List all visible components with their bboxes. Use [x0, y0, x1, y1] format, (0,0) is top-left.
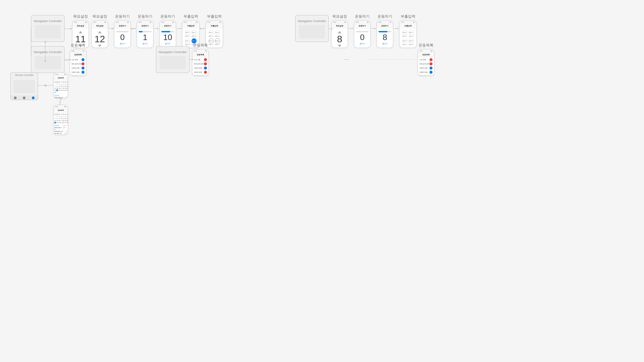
screen-calendar-2-frame[interactable]: 9:41●● 운동목록 일 월 화 수 목 금 토 1 2 3 4 5 [53, 105, 68, 135]
cal-day[interactable]: 28 [54, 91, 56, 93]
down-arrow[interactable] [338, 45, 341, 47]
cal-day[interactable]: 16 [58, 87, 60, 89]
cal-day[interactable]: 19 [64, 87, 66, 89]
cal-day[interactable]: 6 [66, 83, 68, 85]
screen-workout-10-frame[interactable]: 9:41●● 운동하기 10 끝내기 [159, 20, 176, 48]
cal-day[interactable] [54, 116, 56, 117]
finish-button[interactable]: 끝내기 [120, 42, 125, 45]
up-arrow[interactable] [79, 31, 82, 33]
cal-day[interactable]: 10 [60, 85, 62, 87]
screen-workout-0-r-frame[interactable]: 9:41●● 운동하기 0 끝내기 [354, 20, 371, 48]
cal-day[interactable]: 27 [64, 122, 66, 123]
cal-day[interactable]: 21 [54, 89, 56, 91]
cal-day[interactable]: 7 [54, 85, 56, 87]
cal-day[interactable]: 11 [62, 118, 64, 119]
screen-goal-12-frame[interactable]: 9:41●● 목표설정 12 시작하기 [92, 20, 108, 48]
cal-day[interactable]: 14 [54, 120, 56, 121]
cal-day[interactable]: 19 [64, 120, 66, 121]
cal-day[interactable]: 25 [62, 89, 64, 91]
cal-day[interactable]: 18 [62, 120, 64, 121]
up-arrow[interactable] [338, 31, 341, 33]
exercise-item-3[interactable]: 내회전 운동 [70, 66, 86, 70]
complete-button[interactable]: 종상입물 [404, 47, 412, 48]
cal-day[interactable]: 12 [64, 118, 66, 119]
cal-day[interactable]: 2 [58, 116, 60, 117]
cal-day[interactable]: 14 [54, 87, 56, 89]
screen-exercise-list-1-frame[interactable]: 9:41●● 운동목록 신천 운동 전방 굴곡 운동 내회전 운동 외회전 운동 [70, 49, 86, 76]
exercise-item-2[interactable]: 전방 굴곡 운동 [193, 62, 208, 66]
cal-day-highlight[interactable]: 22 [56, 89, 58, 91]
cal-day-highlight[interactable]: 22 [54, 122, 56, 123]
record-button[interactable]: 가록하기 [211, 47, 218, 48]
exercise-item-1[interactable]: 신천 운동 [418, 58, 434, 62]
screen-workout-0-frame[interactable]: 9:41●● 운동하기 0 끝내기 [114, 20, 131, 48]
cal-day[interactable]: 15 [56, 120, 58, 121]
cal-day[interactable]: 26 [64, 89, 66, 91]
exercise-item-2[interactable]: 전방 굴곡 운동 [70, 62, 86, 66]
cal-day[interactable]: 26 [62, 122, 64, 123]
cal-day[interactable]: 28 [66, 122, 68, 123]
cal-day[interactable]: 5 [64, 116, 66, 117]
exercise-item-4[interactable]: 외회전 운동 [418, 70, 434, 74]
screen-calendar-1-frame[interactable]: 9:41●● 운동목록 일 월 화 수 목 금 토 1 2 3 4 [53, 72, 68, 98]
cal-day[interactable]: 1 [56, 116, 58, 117]
exercise-item-2[interactable]: 전방 굴곡 운동 [418, 62, 434, 66]
cal-day[interactable]: 23 [56, 122, 58, 123]
tab-icon-2[interactable] [23, 96, 26, 99]
cal-day[interactable]: 4 [62, 116, 64, 117]
cal-day[interactable]: 8 [56, 118, 58, 119]
screen-exercise-list-3-frame[interactable]: 9:41●● 운동목록 신천 운동 전방 굴곡 운동 내회전 운동 외회전 운동 [418, 49, 434, 76]
cal-day[interactable]: 1 [56, 83, 58, 85]
cal-day[interactable]: 25 [60, 122, 62, 123]
cal-day[interactable]: 20 [66, 120, 68, 121]
screen-additional-r-frame[interactable]: 9:41●● 부출입력 운동 1 > 운동1.1.s 운동 1 > 운동1.1.… [399, 20, 417, 48]
exercise-item-3[interactable]: 내회전 운동 [418, 66, 434, 70]
exercise-item-4[interactable]: 보회전 운동 [193, 70, 208, 74]
cal-day[interactable]: 2 [58, 83, 60, 85]
cal-day[interactable]: 11 [62, 85, 64, 87]
cal-day[interactable]: 10 [60, 118, 62, 119]
finish-button[interactable]: 끝내기 [360, 42, 365, 45]
screen-workout-8-r-frame[interactable]: 9:41●● 운동하기 8 끝내기 [376, 20, 393, 48]
cal-day[interactable]: 27 [66, 89, 68, 91]
cal-day[interactable]: 9 [58, 85, 60, 87]
cal-day[interactable]: 24 [58, 122, 60, 123]
screen-workout-1-frame[interactable]: 9:41●● 운동하기 1 끝내기 [137, 20, 154, 48]
exercise-item-1[interactable]: 신천 운동 [193, 58, 208, 62]
screen-exercise-list-2-frame[interactable]: 9:41●● 운동목록 신천 운동 전방 굴곡 운동 내회전 운동 보회전 운동 [192, 49, 209, 76]
exercise-item-4[interactable]: 외회전 운동 [70, 70, 86, 74]
cal-day[interactable] [54, 83, 56, 85]
cal-day[interactable]: 17 [60, 87, 62, 89]
cal-day[interactable]: 13 [66, 118, 68, 119]
down-arrow[interactable] [98, 45, 102, 47]
finish-button[interactable]: 끝내기 [142, 42, 148, 45]
cal-day[interactable]: 4 [62, 83, 64, 85]
tab-icon-3[interactable] [32, 96, 34, 99]
exercise-item-5[interactable]: 끌어당기기 운동 [418, 74, 434, 76]
cal-day[interactable]: 20 [66, 87, 68, 89]
exercise-item-5[interactable]: 끌어당기기 운동 [70, 74, 86, 76]
tab-icon-1[interactable] [14, 96, 16, 99]
cal-day[interactable]: 6 [66, 116, 68, 117]
cal-day[interactable]: 7 [54, 118, 56, 119]
cal-day[interactable]: 16 [58, 120, 60, 121]
cal-day[interactable]: 24 [60, 89, 62, 91]
up-arrow[interactable] [98, 31, 102, 33]
screen-goal-8-frame[interactable]: 9:41●● 목표설정 8 시작하기 [331, 20, 348, 48]
cal-day[interactable]: 18 [62, 87, 64, 89]
finish-button[interactable]: 끝내기 [165, 42, 170, 45]
exercise-item-1[interactable]: 신천 운동 [70, 58, 86, 62]
cal-day[interactable]: 17 [60, 120, 62, 121]
cal-day[interactable]: 13 [66, 85, 68, 87]
exercise-item-3[interactable]: 내회전 운동 [193, 66, 208, 70]
cal-day[interactable]: 9 [58, 118, 60, 119]
cal-day[interactable]: 3 [60, 116, 62, 117]
exercise-item-5[interactable]: 끌어당기기 운동 [193, 74, 208, 76]
cal-day[interactable]: 3 [60, 83, 62, 85]
cal-day[interactable]: 12 [64, 85, 66, 87]
cal-day[interactable]: 23 [58, 89, 60, 91]
cal-day[interactable]: 8 [56, 85, 58, 87]
cal-day[interactable]: 5 [64, 83, 66, 85]
cal-day[interactable]: 15 [56, 87, 58, 89]
finish-button[interactable]: 끝내기 [382, 42, 388, 45]
